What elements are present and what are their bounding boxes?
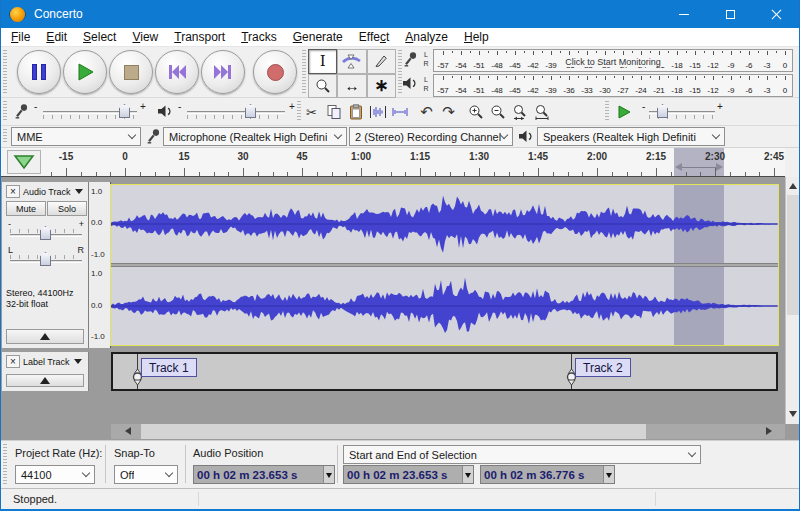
multitool-icon: ∗ bbox=[374, 75, 388, 96]
timeline-ruler[interactable]: -1501530451:001:151:301:452:002:152:302:… bbox=[1, 148, 785, 177]
transport-toolbar-grip[interactable] bbox=[3, 50, 7, 94]
mixer-toolbar-grip[interactable] bbox=[3, 101, 7, 122]
play-at-speed-button[interactable] bbox=[611, 101, 637, 123]
waveform-display[interactable] bbox=[111, 185, 778, 345]
menu-view[interactable]: View bbox=[124, 30, 166, 44]
undo-button[interactable]: ↶ bbox=[416, 101, 437, 123]
play-button[interactable] bbox=[63, 50, 107, 94]
menu-tracks[interactable]: Tracks bbox=[233, 30, 285, 44]
pan-slider[interactable]: L R bbox=[8, 245, 84, 271]
time-format-dropdown[interactable] bbox=[323, 466, 334, 483]
skip-to-start-button[interactable] bbox=[155, 50, 199, 94]
menu-generate[interactable]: Generate bbox=[285, 30, 351, 44]
timeshift-tool-button[interactable]: ↔ bbox=[337, 74, 366, 99]
label-track-title-menu[interactable]: Label Track bbox=[23, 355, 82, 368]
fit-selection-button[interactable] bbox=[509, 101, 530, 123]
meter-monitoring-text[interactable]: Click to Start Monitoring bbox=[561, 57, 665, 67]
selection-start-field[interactable]: 00 h 02 m 23.653 s bbox=[343, 465, 474, 484]
menu-edit[interactable]: Edit bbox=[38, 30, 75, 44]
maximize-button[interactable] bbox=[707, 0, 753, 28]
vertical-scale-ruler[interactable]: 1.0 0.0 -1.0 1.0 0.0 -1.0 bbox=[89, 182, 111, 348]
label-text[interactable]: Track 2 bbox=[575, 358, 631, 377]
label-track-close-button[interactable]: × bbox=[6, 355, 20, 368]
trim-audio-button[interactable] bbox=[367, 101, 388, 123]
meter-tick bbox=[695, 76, 696, 80]
audio-host-select[interactable]: MME bbox=[11, 127, 141, 146]
menu-select[interactable]: Select bbox=[75, 30, 124, 44]
playback-volume-slider[interactable] bbox=[187, 111, 285, 114]
vertical-scrollbar-thumb[interactable] bbox=[787, 195, 799, 315]
project-rate-select[interactable]: 44100 bbox=[15, 465, 95, 484]
recording-channels-select[interactable]: 2 (Stereo) Recording Channels bbox=[349, 127, 513, 146]
pause-button[interactable] bbox=[17, 50, 61, 94]
copy-button[interactable] bbox=[323, 101, 344, 123]
selection-end-field[interactable]: 00 h 02 m 36.776 s bbox=[480, 465, 615, 484]
envelope-tool-button[interactable] bbox=[337, 49, 366, 74]
play-at-speed-toolbar-grip[interactable] bbox=[605, 101, 609, 122]
draw-tool-button[interactable] bbox=[367, 49, 396, 74]
play-speed-thumb[interactable] bbox=[657, 104, 668, 118]
time-format-dropdown[interactable] bbox=[462, 466, 473, 483]
selection-toolbar-grip[interactable] bbox=[3, 444, 7, 485]
horizontal-scrollbar-thumb[interactable] bbox=[141, 424, 646, 439]
scroll-right-arrow-icon[interactable] bbox=[766, 427, 772, 435]
scroll-up-arrow-icon[interactable] bbox=[789, 183, 797, 189]
tools-toolbar-grip[interactable] bbox=[302, 50, 306, 94]
scroll-down-arrow-icon[interactable] bbox=[789, 411, 797, 417]
pinned-play-head-button[interactable] bbox=[7, 150, 41, 174]
selection-mode-select[interactable]: Start and End of Selection bbox=[343, 445, 701, 464]
menu-file[interactable]: File bbox=[3, 30, 38, 44]
stop-button[interactable] bbox=[109, 50, 153, 94]
close-icon bbox=[771, 9, 782, 20]
record-volume-thumb[interactable] bbox=[119, 104, 130, 118]
audio-track-panel[interactable]: × Audio Track Mute Solo - + L R Stereo, … bbox=[2, 182, 89, 348]
menu-transport[interactable]: Transport bbox=[166, 30, 233, 44]
zoom-tool-button[interactable] bbox=[308, 74, 337, 99]
scroll-left-arrow-icon[interactable] bbox=[125, 427, 131, 435]
mute-button[interactable]: Mute bbox=[6, 201, 46, 216]
vertical-scrollbar[interactable] bbox=[785, 177, 800, 424]
meter-scale-value: 0 bbox=[783, 61, 787, 70]
menu-effect[interactable]: Effect bbox=[351, 30, 397, 44]
label-track-collapse-button[interactable] bbox=[6, 374, 84, 387]
silence-audio-button[interactable] bbox=[389, 101, 410, 123]
menu-help[interactable]: Help bbox=[456, 30, 497, 44]
device-toolbar-grip[interactable] bbox=[3, 129, 7, 144]
fit-project-button[interactable] bbox=[531, 101, 552, 123]
waveform-channel-right[interactable] bbox=[111, 267, 778, 345]
record-button[interactable] bbox=[253, 50, 297, 94]
recording-meter[interactable]: -57-54-51-48-45-42-39-36-33-30-27-24-21-… bbox=[433, 49, 793, 72]
minimize-button[interactable] bbox=[661, 0, 707, 28]
ruler-tick bbox=[450, 172, 451, 176]
label-track-content[interactable]: Track 1Track 2 bbox=[111, 352, 778, 391]
meter-tick bbox=[722, 51, 723, 53]
selection-tool-button[interactable]: I bbox=[308, 49, 337, 74]
redo-button[interactable]: ↷ bbox=[438, 101, 459, 123]
label-track-panel[interactable]: × Label Track bbox=[2, 352, 89, 391]
audio-track-title-menu[interactable]: Audio Track bbox=[23, 185, 83, 198]
recording-device-select[interactable]: Microphone (Realtek High Defini bbox=[163, 127, 347, 146]
playback-device-select[interactable]: Speakers (Realtek High Definiti bbox=[537, 127, 725, 146]
paste-button[interactable] bbox=[345, 101, 366, 123]
waveform-channel-left[interactable] bbox=[111, 185, 778, 263]
playback-meter[interactable]: -57-54-51-48-45-42-39-36-33-30-27-24-21-… bbox=[433, 74, 793, 97]
title-bar[interactable]: Concerto bbox=[1, 0, 799, 28]
cut-button[interactable]: ✂ bbox=[301, 101, 322, 123]
menu-analyze[interactable]: Analyze bbox=[397, 30, 456, 44]
solo-button[interactable]: Solo bbox=[47, 201, 87, 216]
meter-scale-value: -18 bbox=[671, 61, 683, 70]
multi-tool-button[interactable]: ∗ bbox=[367, 74, 396, 99]
gain-slider[interactable]: - + bbox=[8, 219, 84, 245]
playback-volume-thumb[interactable] bbox=[245, 104, 256, 118]
audio-position-field[interactable]: 00 h 02 m 23.653 s bbox=[193, 465, 335, 484]
label-text[interactable]: Track 1 bbox=[141, 358, 197, 377]
zoom-out-button[interactable] bbox=[487, 101, 508, 123]
snap-to-select[interactable]: Off bbox=[114, 465, 178, 484]
skip-to-end-button[interactable] bbox=[201, 50, 245, 94]
close-button[interactable] bbox=[753, 0, 799, 28]
audio-track-close-button[interactable]: × bbox=[6, 185, 20, 198]
audio-track-collapse-button[interactable] bbox=[6, 329, 84, 344]
time-format-dropdown[interactable] bbox=[603, 466, 614, 483]
horizontal-scrollbar[interactable] bbox=[111, 424, 785, 439]
zoom-in-button[interactable] bbox=[465, 101, 486, 123]
